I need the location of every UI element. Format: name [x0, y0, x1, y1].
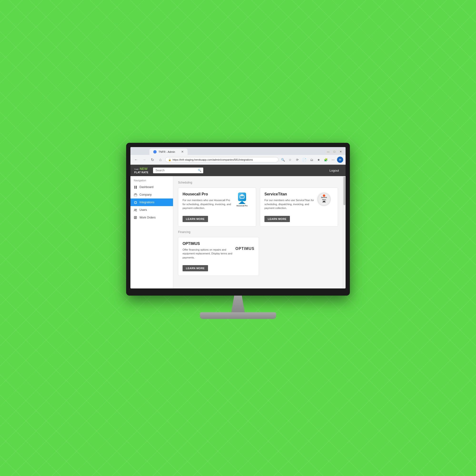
- content-wrapper: Navigation Dashboard: [130, 176, 346, 289]
- grid-icon: [134, 186, 137, 189]
- sidebar-item-integrations[interactable]: Integrations: [130, 199, 173, 206]
- maximize-button[interactable]: □: [332, 149, 337, 154]
- scheduling-cards-row: Housecall Pro For our members who use Ho…: [178, 187, 338, 227]
- refresh-icon-btn[interactable]: ⟳: [294, 157, 300, 163]
- scheduling-section-label: Scheduling: [178, 181, 338, 184]
- housecall-pro-card-header: Housecall Pro For our members who use Ho…: [183, 192, 252, 210]
- sidebar-item-label-integrations: Integrations: [139, 201, 154, 204]
- optimus-learn-more[interactable]: LEARN MORE: [183, 265, 208, 271]
- main-content: Scheduling Housecall Pro For our members…: [173, 176, 343, 289]
- servicetitan-learn-more[interactable]: LEARN MORE: [264, 216, 290, 222]
- housecall-pro-title: Housecall Pro: [183, 192, 233, 196]
- optimus-logo: OPTIMUS: [235, 241, 255, 256]
- optimus-title: OPTIMUS: [183, 241, 235, 246]
- tab-close-button[interactable]: ✕: [181, 150, 184, 153]
- tab-favicon: [153, 150, 157, 153]
- search-icon-btn[interactable]: 🔍: [280, 157, 286, 163]
- svg-point-6: [135, 209, 136, 210]
- optimus-logo-text: OPTIMUS: [235, 247, 255, 251]
- logo-area: THE NEW FLAT RATE: [134, 167, 148, 174]
- svg-text:Titan: Titan: [322, 199, 326, 201]
- svg-rect-1: [135, 193, 136, 194]
- housecall-pro-description: For our members who use Housecall Pro fo…: [183, 198, 233, 210]
- svg-marker-13: [238, 201, 246, 204]
- logout-button[interactable]: Logout: [326, 167, 342, 174]
- sidebar-item-dashboard[interactable]: Dashboard: [130, 183, 173, 191]
- browser-tab-active[interactable]: TNFR - Admin ✕: [150, 149, 187, 155]
- financing-section-label: Financing: [178, 230, 338, 234]
- browser-chrome: TNFR - Admin ✕ — □ ✕ ← → ↻ ⌂: [130, 147, 346, 165]
- sidebar-item-label-work-orders: Work Orders: [139, 216, 156, 219]
- optimus-description: Offer financing options on repairs and e…: [183, 248, 235, 260]
- address-bar[interactable]: 🔒 https://tnfr-staging.herokuapp.com/adm…: [165, 157, 278, 162]
- app-container: THE NEW FLAT RATE 🔍 Logout: [130, 165, 346, 289]
- housecall-pro-logo-svg: [238, 192, 247, 204]
- search-wrapper: 🔍: [153, 168, 203, 173]
- url-text: https://tnfr-staging.herokuapp.com/admin…: [172, 158, 275, 161]
- logo-flat-rate: FLAT RATE: [134, 171, 148, 174]
- back-button[interactable]: ←: [133, 156, 139, 163]
- monitor-stand-neck: [228, 296, 248, 312]
- home-button[interactable]: ⌂: [157, 156, 164, 163]
- close-button[interactable]: ✕: [338, 149, 343, 154]
- servicetitan-description: For our members who use ServiceTitan for…: [264, 198, 314, 210]
- sidebar-item-label-users: Users: [139, 208, 147, 212]
- users-icon: [134, 208, 137, 212]
- more-icon-btn[interactable]: ⋯: [330, 157, 336, 163]
- screen: TNFR - Admin ✕ — □ ✕ ← → ↻ ⌂: [130, 147, 346, 289]
- reload-button[interactable]: ↻: [149, 156, 156, 163]
- monitor-wrapper: TNFR - Admin ✕ — □ ✕ ← → ↻ ⌂: [126, 143, 350, 319]
- browser-tabs: TNFR - Admin ✕ — □ ✕: [130, 147, 346, 155]
- collections-icon-btn[interactable]: 🗂: [308, 157, 315, 163]
- svg-text:Service: Service: [321, 197, 327, 198]
- optimus-card-header: OPTIMUS Offer financing options on repai…: [183, 241, 255, 260]
- logo-new: NEW: [140, 167, 148, 171]
- servicetitan-card-header: ServiceTitan For our members who use Ser…: [264, 192, 333, 210]
- monitor-bezel: TNFR - Admin ✕ — □ ✕ ← → ↻ ⌂: [126, 143, 350, 296]
- briefcase-icon: [134, 193, 137, 196]
- star-icon-btn[interactable]: ☆: [287, 157, 293, 163]
- app-header: THE NEW FLAT RATE 🔍 Logout: [130, 165, 346, 176]
- tab-title: TNFR - Admin: [158, 151, 175, 153]
- forward-button[interactable]: →: [141, 156, 148, 163]
- extensions-icon-btn[interactable]: 🧩: [323, 157, 329, 163]
- search-button[interactable]: 🔍: [196, 168, 203, 173]
- servicetitan-logo: Service Titan: [314, 192, 333, 206]
- reader-icon-btn[interactable]: 📄: [301, 157, 307, 163]
- scrollbar[interactable]: [343, 176, 346, 289]
- scrollbar-thumb[interactable]: [343, 177, 345, 205]
- favorites-icon-btn[interactable]: ★: [316, 157, 322, 163]
- monitor-stand-base: [200, 312, 276, 319]
- housecall-pro-logo: Housecall Pro: [233, 192, 252, 206]
- sidebar: Navigation Dashboard: [130, 176, 173, 289]
- svg-rect-2: [135, 202, 136, 204]
- svg-rect-12: [238, 192, 246, 201]
- svg-point-19: [323, 194, 325, 197]
- sidebar-item-company[interactable]: Company: [130, 191, 173, 199]
- servicetitan-logo-circle: Service Titan: [317, 192, 331, 206]
- housecall-pro-logo-label: Housecall Pro: [237, 205, 248, 206]
- housecall-pro-card: Housecall Pro For our members who use Ho…: [178, 187, 256, 227]
- sidebar-item-users[interactable]: Users: [130, 206, 173, 214]
- window-controls: — □ ✕: [325, 149, 343, 154]
- profile-icon-btn[interactable]: M: [337, 157, 343, 163]
- financing-cards-row: OPTIMUS Offer financing options on repai…: [178, 237, 338, 276]
- sidebar-item-work-orders[interactable]: Work Orders: [130, 214, 173, 221]
- logo-text: THE NEW FLAT RATE: [134, 167, 148, 174]
- housecall-pro-learn-more[interactable]: LEARN MORE: [183, 216, 208, 222]
- plug-icon: [134, 201, 137, 204]
- logo-the: THE: [134, 168, 139, 171]
- optimus-card: OPTIMUS Offer financing options on repai…: [178, 237, 259, 276]
- orders-icon: [134, 216, 137, 219]
- svg-rect-0: [134, 194, 137, 196]
- sidebar-item-label-dashboard: Dashboard: [139, 186, 153, 189]
- browser-icons: 🔍 ☆ ⟳ 📄 🗂 ★ 🧩 ⋯ M: [280, 157, 343, 163]
- servicetitan-card: ServiceTitan For our members who use Ser…: [260, 187, 338, 227]
- sidebar-item-label-company: Company: [139, 193, 152, 196]
- browser-toolbar: ← → ↻ ⌂ 🔒 https://tnfr-staging.herokuapp…: [130, 155, 346, 165]
- svg-point-7: [136, 209, 137, 210]
- search-input[interactable]: [153, 168, 196, 173]
- lock-icon: 🔒: [168, 158, 171, 161]
- minimize-button[interactable]: —: [325, 149, 331, 154]
- servicetitan-title: ServiceTitan: [264, 192, 314, 196]
